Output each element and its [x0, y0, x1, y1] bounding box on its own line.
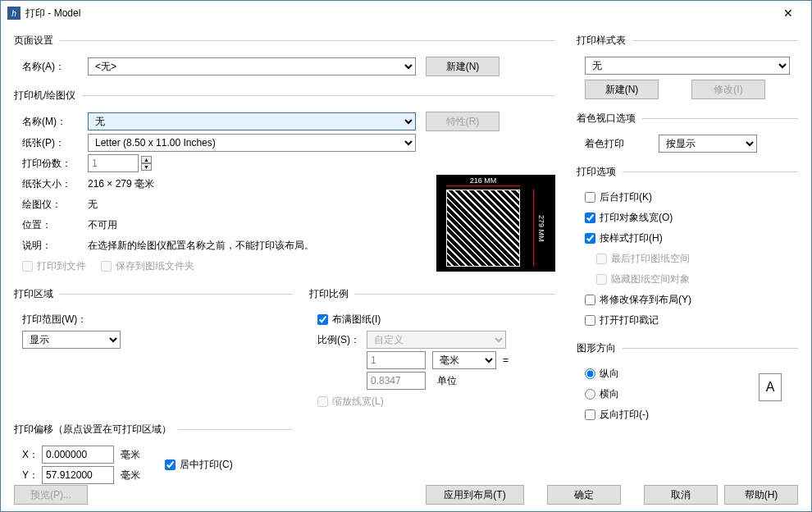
- x-label: X：: [22, 448, 42, 462]
- orient-upside-check[interactable]: 反向打印(-): [585, 408, 649, 422]
- plot-area-group: 打印区域 打印范围(W)： 显示: [14, 287, 293, 418]
- footer-buttons: 预览(P)... 应用到布局(T) 确定 取消 帮助(H): [1, 478, 811, 511]
- printer-props-button: 特性(R): [426, 112, 500, 131]
- orient-legend: 图形方向: [577, 341, 623, 355]
- options-group: 打印选项 后台打印(K) 打印对象线宽(O) 按样式打印(H) 最后打印图纸空间…: [577, 165, 798, 336]
- size-value: 216 × 279 毫米: [88, 177, 154, 191]
- app-icon: h: [7, 7, 21, 20]
- page-setup-legend: 页面设置: [14, 34, 60, 48]
- fit-paper-check[interactable]: 布满图纸(I): [317, 313, 381, 327]
- close-icon[interactable]: ✕: [772, 7, 805, 20]
- help-button[interactable]: 帮助(H): [724, 485, 798, 505]
- plot-scale-legend: 打印比例: [309, 287, 355, 301]
- print-dialog: h 打印 - Model ✕ 页面设置 名称(A)： <无> 新建(N) 打印机…: [0, 0, 812, 512]
- printer-group: 打印机/绘图仪 名称(M)： 无 特性(R) 纸张(P)： Letter (8.…: [14, 89, 555, 282]
- opt-lw-check[interactable]: 打印对象线宽(O): [585, 211, 673, 225]
- shade-label: 着色打印: [585, 137, 659, 151]
- opt-bg-check[interactable]: 后台打印(K): [585, 190, 652, 204]
- copies-input: [88, 154, 139, 172]
- scale-num-input: [367, 351, 426, 369]
- plot-scale-group: 打印比例 布满图纸(I) 比例(S)： 自定义 毫米 = 单位: [309, 287, 555, 418]
- page-setup-group: 页面设置 名称(A)： <无> 新建(N): [14, 34, 555, 84]
- copies-spinner[interactable]: ▲▼: [88, 154, 152, 172]
- center-check[interactable]: 居中打印(C): [165, 458, 233, 472]
- page-new-button[interactable]: 新建(N): [426, 57, 500, 76]
- opt-hide-check: 隐藏图纸空间对象: [596, 272, 690, 286]
- opt-stamp-check[interactable]: 打开打印戳记: [585, 313, 659, 327]
- style-legend: 打印样式表: [577, 34, 632, 48]
- spin-up-icon[interactable]: ▲: [141, 156, 152, 163]
- equals-label: =: [503, 354, 509, 366]
- scale-denom-input: [367, 372, 426, 390]
- style-select[interactable]: 无: [585, 57, 790, 75]
- shade-group: 着色视口选项 着色打印 按显示: [577, 112, 798, 160]
- style-edit-button: 修改(I): [691, 80, 765, 99]
- location-value: 不可用: [88, 218, 117, 232]
- range-select[interactable]: 显示: [22, 331, 121, 349]
- orient-portrait-radio[interactable]: 纵向: [585, 367, 619, 381]
- orient-group: 图形方向 纵向 横向 反向打印(-) A: [577, 341, 798, 431]
- x-unit: 毫米: [121, 448, 140, 462]
- spin-down-icon[interactable]: ▼: [141, 163, 152, 171]
- opt-style-check[interactable]: 按样式打印(H): [585, 231, 663, 245]
- unit-label: 单位: [437, 374, 457, 388]
- style-group: 打印样式表 无 新建(N) 修改(I): [577, 34, 798, 107]
- scale-lw-check: 缩放线宽(L): [317, 395, 384, 409]
- opt-last-check: 最后打印图纸空间: [596, 252, 690, 266]
- orient-landscape-radio[interactable]: 横向: [585, 387, 619, 401]
- cancel-button[interactable]: 取消: [644, 485, 718, 505]
- plot-area-legend: 打印区域: [14, 287, 60, 301]
- plotter-value: 无: [88, 198, 98, 212]
- opt-save-check[interactable]: 将修改保存到布局(Y): [585, 293, 691, 307]
- window-title: 打印 - Model: [25, 7, 772, 21]
- range-label: 打印范围(W)：: [22, 313, 87, 327]
- offset-legend: 打印偏移（原点设置在可打印区域）: [14, 423, 178, 437]
- preview-button: 预览(P)...: [14, 485, 88, 505]
- desc-value: 在选择新的绘图仪配置名称之前，不能打印该布局。: [88, 239, 314, 253]
- paper-preview: 216 MM 279 MM: [436, 175, 555, 272]
- apply-button[interactable]: 应用到布局(T): [426, 485, 524, 505]
- page-name-label: 名称(A)：: [14, 60, 88, 74]
- plotter-label: 绘图仪：: [14, 198, 88, 212]
- print-to-file-check: 打印到文件: [22, 259, 86, 273]
- shade-legend: 着色视口选项: [577, 112, 642, 126]
- save-sheet-check: 保存到图纸文件夹: [101, 259, 194, 273]
- style-new-button[interactable]: 新建(N): [585, 80, 659, 99]
- page-name-select[interactable]: <无>: [88, 57, 416, 75]
- printer-name-select[interactable]: 无: [88, 112, 416, 130]
- size-label: 纸张大小：: [14, 177, 88, 191]
- paper-label: 纸张(P)：: [14, 136, 88, 150]
- options-legend: 打印选项: [577, 165, 623, 179]
- scale-select: 自定义: [367, 331, 506, 349]
- orientation-icon: A: [759, 373, 782, 401]
- ok-button[interactable]: 确定: [547, 485, 621, 505]
- shade-select[interactable]: 按显示: [659, 135, 757, 153]
- scale-unit-select[interactable]: 毫米: [432, 351, 496, 369]
- desc-label: 说明：: [14, 239, 88, 253]
- paper-select[interactable]: Letter (8.50 x 11.00 Inches): [88, 134, 416, 152]
- location-label: 位置：: [14, 218, 88, 232]
- scale-label: 比例(S)：: [317, 333, 367, 347]
- titlebar: h 打印 - Model ✕: [1, 1, 811, 25]
- printer-name-label: 名称(M)：: [14, 115, 88, 129]
- copies-label: 打印份数：: [14, 157, 88, 171]
- printer-legend: 打印机/绘图仪: [14, 89, 82, 103]
- x-input[interactable]: [42, 446, 114, 464]
